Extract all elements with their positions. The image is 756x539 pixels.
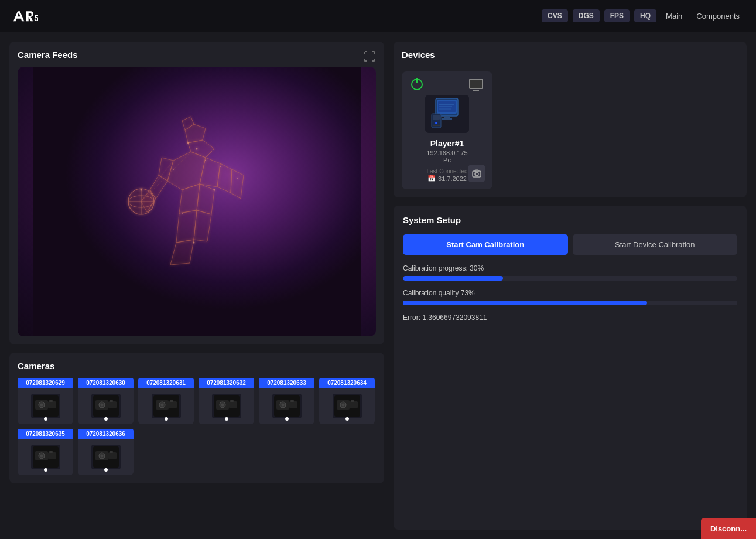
- cameras-grid: 072081320629 072081320630: [18, 378, 376, 475]
- camera-thumb-inner-3: [212, 394, 241, 418]
- camera-thumb-2: [138, 388, 194, 424]
- camera-thumb-inner-7: [91, 445, 121, 469]
- device-icons-row: [411, 79, 483, 90]
- camera-dot-4: [285, 417, 289, 421]
- device-ip: 192.168.0.175: [426, 149, 467, 156]
- start-device-calibration-button[interactable]: Start Device Calibration: [573, 234, 738, 255]
- calibration-quality-bar: [403, 301, 737, 305]
- snapshot-button[interactable]: [468, 165, 485, 182]
- devices-panel: Devices: [394, 42, 747, 197]
- logo-svg: 51: [12, 6, 38, 26]
- svg-rect-87: [433, 115, 440, 120]
- logo: 51: [12, 6, 38, 26]
- svg-rect-50: [169, 401, 177, 408]
- svg-point-49: [160, 404, 163, 407]
- svg-point-43: [100, 404, 103, 407]
- camera-badge-4: 072081320633: [259, 378, 314, 388]
- camera-item-3[interactable]: 072081320632: [199, 378, 254, 424]
- camera-item-6[interactable]: 072081320635: [18, 429, 73, 475]
- camera-thumb-inner-4: [272, 394, 302, 418]
- calibration-progress-label: Calibration progress: 30%: [403, 264, 737, 272]
- main-content: Camera Feeds: [0, 32, 756, 539]
- camera-dot-0: [44, 417, 47, 421]
- device-type: Pc: [443, 156, 451, 163]
- camera-thumb-4: [259, 388, 314, 424]
- camera-thumb-7: [78, 439, 134, 475]
- system-setup-title: System Setup: [403, 215, 737, 225]
- device-pc-svg: [430, 97, 465, 131]
- camera-badge-6: 072081320635: [18, 429, 73, 439]
- camera-item-5[interactable]: 072081320634: [319, 378, 375, 424]
- camera-item-7[interactable]: 072081320636: [78, 429, 134, 475]
- camera-badge-7: 072081320636: [78, 429, 134, 439]
- nav-badge-hq[interactable]: HQ: [634, 9, 656, 22]
- camera-dot-5: [345, 417, 349, 421]
- camera-badge-0: 072081320629: [18, 378, 73, 388]
- svg-marker-14: [176, 210, 197, 243]
- svg-rect-89: [433, 125, 440, 126]
- svg-point-88: [435, 122, 437, 124]
- device-name: Player#1: [430, 139, 464, 148]
- device-card-0[interactable]: Player#1 192.168.0.175 Pc Last Connected…: [402, 71, 492, 189]
- feed-visual: [18, 67, 376, 336]
- monitor-icon: [469, 79, 483, 89]
- svg-point-79: [100, 455, 103, 458]
- calibration-quality-fill: [403, 301, 647, 305]
- error-text: Error: 1.360669732093811: [403, 313, 737, 322]
- calibration-quality-label: Calibration quality 73%: [403, 289, 737, 297]
- camera-feeds-panel: Camera Feeds: [9, 42, 384, 344]
- camera-badge-1: 072081320630: [78, 378, 134, 388]
- device-last-connected-label: Last Connected: [426, 168, 467, 175]
- nav-link-main[interactable]: Main: [661, 9, 687, 23]
- camera-item-2[interactable]: 072081320631: [138, 378, 194, 424]
- start-cam-calibration-button[interactable]: Start Cam Calibration: [403, 234, 568, 255]
- camera-dot-1: [104, 417, 108, 421]
- camera-feeds-title: Camera Feeds: [18, 50, 376, 60]
- camera-thumb-5: [319, 388, 375, 424]
- camera-item-1[interactable]: 072081320630: [78, 378, 134, 424]
- svg-rect-80: [108, 452, 117, 459]
- app-header: 51 CVS DGS FPS HQ Main Components: [0, 0, 756, 32]
- svg-point-30: [182, 213, 183, 214]
- cameras-panel: Cameras 072081320629 072081320630: [9, 353, 384, 483]
- svg-point-26: [173, 169, 174, 170]
- svg-marker-13: [197, 184, 214, 214]
- nav-badge-fps[interactable]: FPS: [604, 9, 630, 22]
- devices-title: Devices: [402, 50, 738, 60]
- svg-rect-38: [48, 401, 56, 408]
- camera-thumb-3: [199, 388, 254, 424]
- svg-rect-39: [49, 400, 53, 402]
- nav-badge-cvs[interactable]: CVS: [542, 9, 568, 22]
- expand-icon[interactable]: [363, 50, 376, 63]
- camera-dot-3: [225, 417, 228, 421]
- svg-point-25: [187, 142, 189, 144]
- left-panel: Camera Feeds: [9, 42, 384, 530]
- camera-dot-2: [165, 417, 168, 421]
- nav-link-components[interactable]: Components: [692, 9, 744, 23]
- camera-item-4[interactable]: 072081320633: [259, 378, 314, 424]
- svg-point-29: [237, 178, 238, 179]
- svg-point-55: [221, 404, 224, 407]
- camera-thumb-inner-6: [31, 445, 60, 469]
- svg-point-95: [475, 172, 478, 176]
- svg-rect-57: [230, 400, 234, 402]
- svg-rect-69: [351, 400, 354, 402]
- camera-thumb-1: [78, 388, 134, 424]
- svg-rect-84: [444, 116, 450, 118]
- camera-thumb-inner-0: [31, 394, 60, 418]
- camera-thumb-inner-5: [333, 394, 362, 418]
- disconnect-button[interactable]: Disconn...: [701, 518, 756, 539]
- system-setup-panel: System Setup Start Cam Calibration Start…: [394, 206, 747, 530]
- camera-item-0[interactable]: 072081320629: [18, 378, 73, 424]
- svg-rect-44: [108, 401, 117, 408]
- svg-rect-45: [110, 400, 113, 402]
- svg-text:51: 51: [34, 13, 38, 23]
- svg-rect-81: [110, 451, 113, 453]
- camera-badge-2: 072081320631: [138, 378, 194, 388]
- nav-badge-dgs[interactable]: DGS: [573, 9, 600, 22]
- camera-thumb-inner-2: [152, 394, 181, 418]
- cameras-title: Cameras: [18, 361, 376, 371]
- svg-point-28: [214, 189, 215, 191]
- camera-thumb-6: [18, 439, 73, 475]
- right-panel: Devices: [394, 42, 747, 530]
